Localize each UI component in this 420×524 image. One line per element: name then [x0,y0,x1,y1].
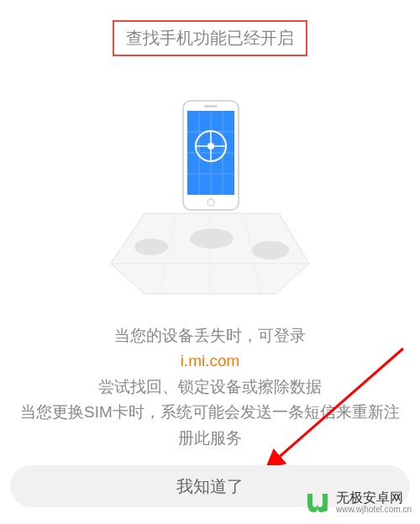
desc-line-3: 当您更换SIM卡时，系统可能会发送一条短信来重新注册此服务 [15,400,405,451]
desc-line-1: 当您的设备丢失时，可登录 [15,323,405,348]
title-text: 查找手机功能已经开启 [126,29,294,47]
description-text: 当您的设备丢失时，可登录 i.mi.com 尝试找回、锁定设备或擦除数据 当您更… [0,308,420,451]
svg-point-8 [190,228,234,249]
svg-point-9 [252,241,289,259]
svg-point-7 [134,238,168,255]
svg-rect-23 [204,105,218,107]
desc-line-2: 尝试找回、锁定设备或擦除数据 [15,375,405,400]
confirm-button-label: 我知道了 [176,477,244,495]
service-link[interactable]: i.mi.com [15,348,405,374]
phone-map-illustration [0,81,420,308]
confirm-button[interactable]: 我知道了 [10,465,410,507]
page-title: 查找手机功能已经开启 [113,20,307,56]
